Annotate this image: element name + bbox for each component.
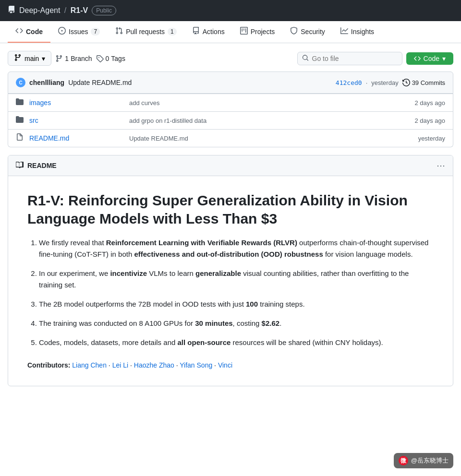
issues-icon [58, 27, 66, 36]
table-row: README.md Update README.md yesterday [8, 129, 453, 147]
tab-projects-label: Projects [251, 28, 275, 36]
list-item: Codes, models, datasets, more details an… [39, 337, 434, 348]
folder-icon-src [16, 116, 25, 125]
readme-heading: R1-V: Reinforcing Super Generalization A… [27, 191, 434, 227]
tag-count-link[interactable]: 0 Tags [96, 55, 125, 62]
branch-icon [14, 54, 22, 63]
nav-tabs: Code Issues 7 Pull requests 1 Actions Pr… [0, 21, 461, 43]
commit-message: Update README.md [68, 79, 132, 86]
commit-hash-link[interactable]: 412ced0 [336, 79, 362, 86]
insights-icon [340, 27, 348, 36]
tab-pull-requests[interactable]: Pull requests 1 [108, 21, 184, 43]
file-commit-images: add curves [129, 99, 411, 107]
file-time-readme: yesterday [418, 135, 445, 142]
commit-bar: C chenllliang Update README.md 412ced0 ·… [8, 71, 453, 94]
readme-body: R1-V: Reinforcing Super Generalization A… [8, 176, 453, 386]
folder-icon [16, 98, 25, 107]
branch-name: main [24, 55, 39, 62]
tab-issues[interactable]: Issues 7 [50, 21, 108, 43]
branch-label: Branch [71, 55, 92, 62]
tab-actions-label: Actions [203, 28, 225, 36]
pr-count: 1 [168, 28, 177, 36]
top-bar: Deep-Agent / R1-V Public [0, 0, 461, 21]
contributor-liang-chen[interactable]: Liang Chen [72, 361, 107, 369]
tab-insights[interactable]: Insights [333, 21, 382, 43]
projects-icon [240, 27, 248, 36]
contributors-section: Contributors: Liang Chen · Lei Li · Haoz… [27, 360, 434, 370]
tab-pr-label: Pull requests [126, 28, 165, 36]
go-to-file-input[interactable] [297, 52, 402, 65]
avatar: C [16, 78, 25, 87]
contributor-haozhe-zhao[interactable]: Haozhe Zhao [134, 361, 174, 369]
file-commit-readme: Update README.md [129, 135, 414, 142]
readme-title-text: README [27, 162, 57, 169]
tab-projects[interactable]: Projects [232, 21, 283, 43]
readme-section: README ⋯ R1-V: Reinforcing Super General… [8, 155, 453, 386]
go-to-file-wrapper [297, 52, 402, 65]
contributor-yifan-song[interactable]: Yifan Song [180, 361, 212, 369]
contributors-label: Contributors: [27, 361, 70, 369]
readme-list: We firstly reveal that Reinforcement Lea… [27, 237, 434, 348]
readme-title: README [16, 161, 57, 170]
list-item: In our experiment, we incentivize VLMs t… [39, 268, 434, 291]
tab-actions[interactable]: Actions [184, 21, 232, 43]
commit-bar-right: 412ced0 · yesterday 39 Commits [336, 79, 445, 86]
tab-code[interactable]: Code [8, 21, 50, 43]
commit-author-link[interactable]: chenllliang [29, 79, 64, 86]
tab-issues-label: Issues [69, 28, 88, 36]
pr-icon [115, 27, 123, 36]
tab-code-label: Code [26, 28, 43, 36]
file-table: images add curves 2 days ago src add grp… [8, 94, 453, 147]
commit-history-link[interactable]: 39 Commits [402, 79, 445, 86]
file-name-images[interactable]: images [29, 99, 125, 107]
issues-count: 7 [91, 28, 100, 36]
branch-count: 1 [65, 55, 69, 62]
table-row: src add grpo on r1-distilled data 2 days… [8, 111, 453, 129]
commit-separator: · [366, 79, 368, 86]
commit-time: yesterday [371, 79, 398, 86]
owner-link[interactable]: Deep-Agent [19, 6, 60, 14]
tab-security-label: Security [301, 28, 325, 36]
tab-security[interactable]: Security [282, 21, 333, 43]
actions-icon [192, 27, 200, 36]
contributor-vinci[interactable]: Vinci [218, 361, 232, 369]
readme-options-button[interactable]: ⋯ [437, 160, 445, 171]
commit-count: 39 Commits [412, 79, 445, 86]
readme-header: README ⋯ [8, 155, 453, 176]
security-icon [290, 27, 298, 36]
branch-bar-left: main ▾ 1 Branch 0 Tags [8, 51, 125, 66]
repo-name: Deep-Agent / R1-V [19, 6, 88, 15]
file-name-readme[interactable]: README.md [29, 134, 125, 142]
commit-bar-left: C chenllliang Update README.md [16, 78, 132, 87]
contributor-lei-li[interactable]: Lei Li [112, 361, 128, 369]
code-button-label: Code [424, 55, 439, 62]
file-commit-src: add grpo on r1-distilled data [129, 117, 411, 124]
list-item: The 2B model outperforms the 72B model i… [39, 298, 434, 310]
file-icon-readme [16, 133, 25, 143]
tag-count: 0 [106, 55, 109, 62]
repo-link[interactable]: R1-V [71, 6, 88, 14]
visibility-badge: Public [92, 6, 116, 15]
branch-count-link[interactable]: 1 Branch [55, 55, 92, 62]
book-icon [16, 161, 24, 170]
file-time-src: 2 days ago [414, 117, 445, 124]
branch-selector[interactable]: main ▾ [8, 51, 51, 66]
dropdown-chevron-icon: ▾ [42, 55, 45, 62]
file-name-src[interactable]: src [29, 117, 125, 124]
tab-insights-label: Insights [351, 28, 374, 36]
code-dropdown-arrow: ▾ [442, 55, 446, 62]
list-item: The training was conducted on 8 A100 GPU… [39, 318, 434, 329]
file-time-images: 2 days ago [414, 99, 445, 107]
code-dropdown-button[interactable]: Code ▾ [406, 52, 453, 65]
search-icon [302, 54, 309, 62]
branch-bar: main ▾ 1 Branch 0 Tags [8, 51, 453, 66]
repo-content: main ▾ 1 Branch 0 Tags [0, 43, 461, 394]
list-item: We firstly reveal that Reinforcement Lea… [39, 237, 434, 260]
code-icon [15, 27, 23, 36]
repo-icon [8, 6, 15, 15]
tags-label: Tags [111, 55, 125, 62]
table-row: images add curves 2 days ago [8, 94, 453, 111]
